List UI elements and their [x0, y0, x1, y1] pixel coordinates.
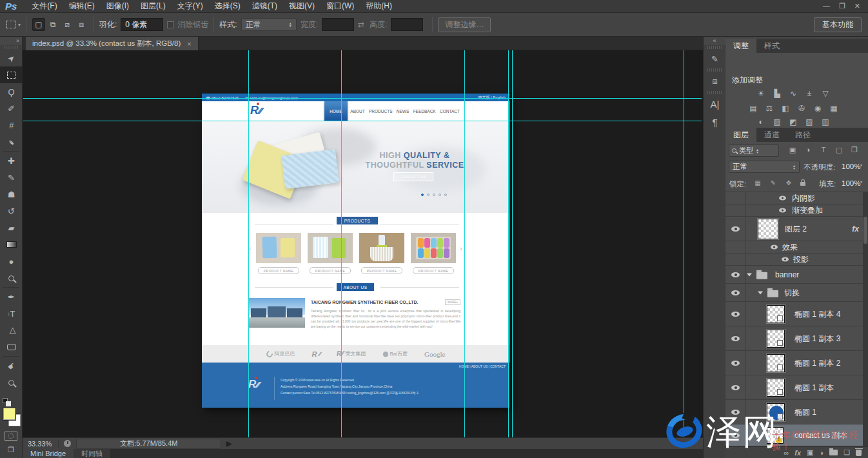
- exposure-icon[interactable]: ±: [803, 88, 816, 99]
- fx-badge[interactable]: fx: [852, 224, 859, 234]
- invert-icon[interactable]: ◐: [755, 117, 767, 127]
- layer-effect-row[interactable]: 效果: [725, 241, 868, 254]
- rectangular-marquee-tool[interactable]: [0, 66, 23, 83]
- shape-layer-thumbnail[interactable]: [767, 330, 785, 348]
- toolbar-collapse[interactable]: »: [0, 37, 22, 45]
- selection-intersect-button[interactable]: ⧈: [75, 18, 88, 31]
- lock-transparency-icon[interactable]: ▦: [753, 179, 763, 186]
- menu-edit[interactable]: 编辑(E): [63, 1, 101, 12]
- selection-subtract-button[interactable]: ⧄: [61, 18, 74, 31]
- brush-panel-icon[interactable]: ✎: [704, 50, 726, 68]
- group-expand-icon[interactable]: [747, 273, 752, 276]
- levels-icon[interactable]: ▙: [771, 88, 784, 99]
- lock-position-icon[interactable]: ✥: [784, 179, 794, 186]
- width-input[interactable]: [322, 18, 354, 31]
- visibility-toggle-icon[interactable]: [731, 433, 740, 438]
- layers-scrollbar[interactable]: [863, 192, 868, 458]
- layer-style-icon[interactable]: fx: [794, 449, 801, 457]
- opacity-value[interactable]: 100%: [842, 163, 860, 170]
- swap-dimensions-icon[interactable]: ⇄: [358, 20, 364, 29]
- workspace-button[interactable]: 基本功能: [814, 17, 862, 32]
- minimize-icon[interactable]: —: [823, 2, 830, 10]
- crop-tool[interactable]: #: [0, 117, 23, 134]
- group-name[interactable]: 切换: [784, 287, 800, 298]
- layer-group-row[interactable]: 切换: [725, 284, 868, 302]
- restore-icon[interactable]: ❐: [839, 2, 845, 10]
- close-icon[interactable]: ✕: [854, 2, 860, 10]
- layer-name[interactable]: 椭圆 1: [794, 406, 816, 417]
- guide-horizontal[interactable]: [23, 121, 702, 121]
- collapse-panels-button[interactable]: «: [704, 37, 725, 45]
- layer-row[interactable]: 椭圆 1 副本 3: [725, 326, 868, 351]
- guide-vertical[interactable]: [341, 50, 342, 437]
- zoom-level-field[interactable]: 33.33%: [23, 440, 59, 448]
- new-layer-icon[interactable]: ❏: [843, 448, 850, 457]
- menu-filter[interactable]: 滤镜(T): [246, 1, 283, 12]
- visibility-toggle-icon[interactable]: [779, 196, 786, 201]
- threshold-icon[interactable]: ◩: [787, 117, 800, 127]
- lock-paint-icon[interactable]: ✎: [768, 179, 778, 186]
- layer-name[interactable]: 椭圆 1 副本 3: [794, 333, 840, 344]
- visibility-toggle-icon[interactable]: [731, 226, 740, 232]
- selection-add-button[interactable]: ⧉: [46, 18, 59, 31]
- layer-name[interactable]: 椭圆 1 副本: [794, 382, 834, 393]
- default-colors-icon[interactable]: [6, 401, 11, 406]
- shape-layer-thumbnail[interactable]: [767, 379, 785, 397]
- fill-value[interactable]: 100%: [842, 179, 860, 187]
- layer-name[interactable]: 椭圆 1 副本 4: [794, 308, 840, 319]
- visibility-toggle-icon[interactable]: [731, 312, 740, 317]
- guide-vertical[interactable]: [464, 50, 465, 437]
- blur-tool[interactable]: ●: [0, 253, 23, 270]
- color-lookup-icon[interactable]: ▦: [827, 103, 840, 114]
- character-panel-icon[interactable]: A|: [704, 95, 726, 113]
- black-white-icon[interactable]: ◧: [779, 103, 792, 114]
- group-expand-icon[interactable]: [758, 291, 763, 294]
- shape-layer-thumbnail[interactable]: [767, 354, 785, 372]
- menu-file[interactable]: 文件(F): [26, 1, 63, 12]
- grip-handle[interactable]: [4, 46, 18, 49]
- guide-vertical[interactable]: [508, 50, 509, 437]
- quick-mask-button[interactable]: [5, 432, 17, 441]
- menu-select[interactable]: 选择(S): [209, 1, 246, 12]
- blend-mode-dropdown[interactable]: 正常 ▲▼: [729, 161, 800, 173]
- type-tool[interactable]: ↓T: [0, 305, 23, 322]
- layer-name[interactable]: 图层 2: [785, 223, 807, 234]
- menu-layer[interactable]: 图层(L): [135, 1, 172, 12]
- scrollbar-thumb[interactable]: [863, 217, 867, 244]
- layer-row[interactable]: 椭圆 1 副本 4: [725, 302, 868, 326]
- menu-image[interactable]: 图像(I): [101, 1, 135, 12]
- new-adjustment-layer-icon[interactable]: ◑: [819, 449, 824, 457]
- gradient-tool[interactable]: [0, 236, 23, 253]
- clone-source-panel-icon[interactable]: ⧈: [704, 72, 726, 90]
- hue-saturation-icon[interactable]: ▤: [747, 103, 760, 114]
- tab-layers[interactable]: 图层: [725, 128, 756, 142]
- grip-handle[interactable]: [707, 91, 722, 94]
- lasso-tool[interactable]: Ϙ: [0, 83, 23, 100]
- tool-preset-picker[interactable]: ▾: [6, 21, 21, 28]
- chevron-down-icon[interactable]: ▼: [860, 164, 863, 166]
- selective-color-icon[interactable]: ▥: [819, 117, 832, 127]
- filter-adjustment-layers-icon[interactable]: ◑: [802, 146, 814, 154]
- screen-mode-button[interactable]: ❐: [5, 446, 17, 455]
- link-layers-icon[interactable]: ∞: [784, 449, 789, 457]
- healing-brush-tool[interactable]: ✚: [0, 152, 23, 169]
- vibrance-icon[interactable]: ▽: [819, 88, 832, 99]
- filter-type-layers-icon[interactable]: T: [818, 146, 829, 154]
- layer-effect-row[interactable]: 投影: [725, 254, 868, 266]
- menu-view[interactable]: 视图(V): [283, 1, 321, 12]
- menu-help[interactable]: 帮助(H): [360, 1, 398, 12]
- visibility-toggle-icon[interactable]: [771, 245, 778, 250]
- document-tab[interactable]: index.psd @ 33.3% (contact us 副本, RGB/8)…: [26, 37, 199, 50]
- foreground-color-swatch[interactable]: [3, 408, 15, 420]
- visibility-toggle-icon[interactable]: [731, 410, 740, 415]
- visibility-toggle-icon[interactable]: [731, 272, 740, 277]
- color-balance-icon[interactable]: ⚖: [763, 103, 776, 114]
- guide-vertical[interactable]: [684, 50, 684, 437]
- brush-tool[interactable]: ✎: [0, 169, 23, 186]
- layer-group-row[interactable]: banner: [725, 266, 868, 284]
- guide-vertical[interactable]: [248, 50, 249, 437]
- guide-vertical[interactable]: [512, 50, 513, 437]
- layer-thumbnail[interactable]: [758, 219, 778, 239]
- selection-new-button[interactable]: ▢: [32, 18, 45, 31]
- tab-styles[interactable]: 样式: [756, 39, 787, 53]
